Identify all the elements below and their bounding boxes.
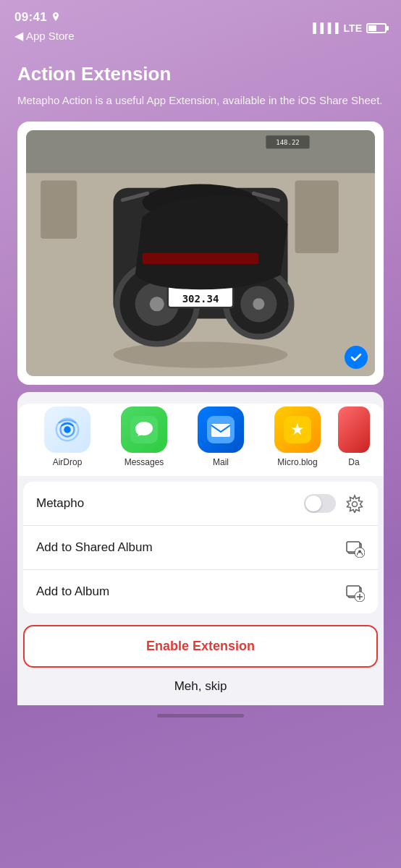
messages-icon bbox=[121, 407, 167, 453]
location-icon bbox=[51, 12, 60, 22]
status-bar: 09:41 ◀ App Store ▐▐▐▐ LTE bbox=[0, 0, 401, 51]
mail-icon bbox=[198, 407, 244, 453]
svg-point-3 bbox=[114, 341, 288, 367]
svg-point-11 bbox=[253, 298, 264, 310]
signal-icon: ▐▐▐▐ bbox=[310, 22, 339, 33]
add-album-icon bbox=[345, 582, 365, 602]
metapho-starburst-icon bbox=[345, 493, 365, 514]
svg-text:302.34: 302.34 bbox=[182, 293, 219, 305]
metapho-toggle[interactable] bbox=[304, 494, 336, 513]
share-sheet: AirDrop Messag bbox=[17, 392, 384, 705]
svg-point-30 bbox=[353, 501, 358, 506]
svg-rect-15 bbox=[143, 253, 259, 264]
toggle-knob bbox=[305, 495, 321, 511]
metapho-label: Metapho bbox=[36, 496, 84, 511]
enable-extension-button[interactable]: Enable Extension bbox=[23, 625, 378, 668]
home-bar bbox=[157, 714, 244, 718]
svg-rect-18 bbox=[295, 180, 339, 252]
selection-check-badge bbox=[345, 346, 368, 369]
mail-label: Mail bbox=[213, 457, 229, 467]
messages-label: Messages bbox=[124, 457, 164, 467]
add-shared-album-label: Add to Shared Album bbox=[36, 540, 153, 555]
svg-rect-27 bbox=[211, 424, 230, 437]
svg-point-24 bbox=[64, 426, 71, 433]
add-album-label: Add to Album bbox=[36, 584, 109, 599]
app-item-microblog[interactable]: ★ Micro.blog bbox=[259, 407, 336, 467]
battery-icon bbox=[366, 23, 387, 33]
main-content: Action Extension Metapho Action is a use… bbox=[0, 51, 401, 705]
photo-wrapper: 37-L2 302.34 148.22 bbox=[26, 130, 375, 376]
svg-text:★: ★ bbox=[290, 420, 305, 438]
photo-card: 37-L2 302.34 148.22 bbox=[17, 122, 384, 385]
motorcycle-photo: 37-L2 302.34 148.22 bbox=[26, 130, 375, 376]
actions-list: Metapho Add to Shared Albu bbox=[23, 482, 378, 613]
microblog-icon: ★ bbox=[274, 407, 321, 453]
action-item-add-album[interactable]: Add to Album bbox=[23, 570, 378, 613]
svg-point-8 bbox=[150, 297, 164, 311]
lte-label: LTE bbox=[344, 22, 362, 34]
partial-app-icon bbox=[338, 407, 370, 453]
action-item-metapho[interactable]: Metapho bbox=[23, 482, 378, 526]
svg-rect-1 bbox=[26, 130, 375, 174]
skip-button[interactable]: Meh, skip bbox=[23, 668, 378, 705]
status-time: 09:41 bbox=[14, 10, 47, 25]
bottom-buttons: Enable Extension Meh, skip bbox=[17, 619, 384, 705]
home-indicator bbox=[0, 705, 401, 723]
shared-album-icon bbox=[345, 537, 365, 558]
app-item-airdrop[interactable]: AirDrop bbox=[29, 407, 106, 467]
apps-row: AirDrop Messag bbox=[17, 404, 384, 476]
svg-text:148.22: 148.22 bbox=[276, 139, 300, 146]
partial-label: Da bbox=[348, 457, 359, 467]
airdrop-icon bbox=[44, 407, 90, 453]
nav-back[interactable]: ◀ App Store bbox=[14, 26, 75, 46]
action-item-add-shared-album[interactable]: Add to Shared Album bbox=[23, 526, 378, 570]
microblog-label: Micro.blog bbox=[277, 457, 317, 467]
app-item-mail[interactable]: Mail bbox=[182, 407, 259, 467]
airdrop-label: AirDrop bbox=[53, 457, 83, 467]
app-item-messages[interactable]: Messages bbox=[106, 407, 182, 467]
app-item-partial[interactable]: Da bbox=[336, 407, 372, 467]
page-title: Action Extension bbox=[17, 63, 384, 85]
page-description: Metapho Action is a useful App Extension… bbox=[17, 93, 384, 109]
svg-rect-19 bbox=[41, 180, 77, 238]
